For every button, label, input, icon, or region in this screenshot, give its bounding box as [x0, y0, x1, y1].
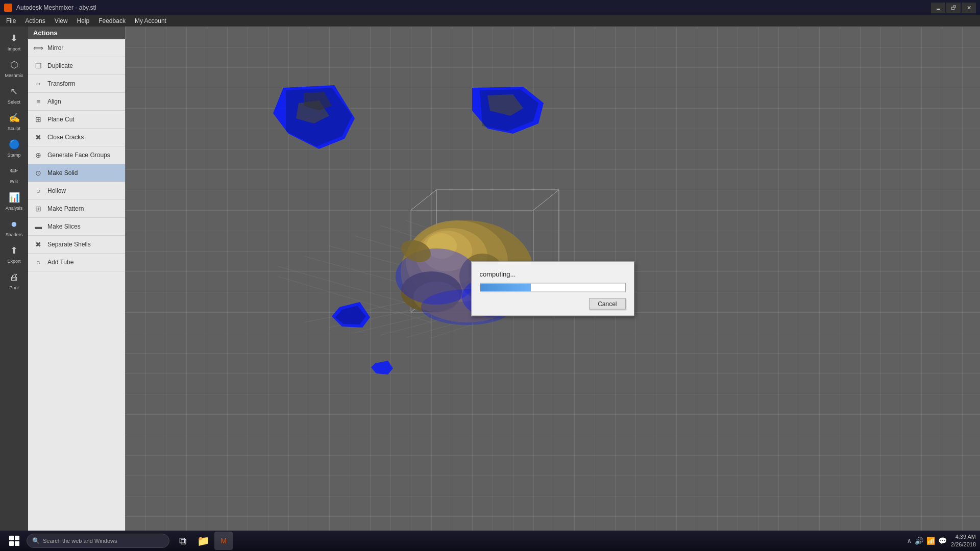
make-pattern-icon: ⊞ [33, 204, 43, 214]
meshmixer-taskbar-icon[interactable]: M [214, 532, 233, 550]
action-transform-label: Transform [47, 80, 75, 87]
action-hollow[interactable]: ○ Hollow [28, 182, 125, 200]
title-bar: Autodesk Meshmixer - aby.stl 🗕 🗗 ✕ [0, 0, 980, 15]
sculpt-icon: ✍ [7, 111, 21, 125]
menu-file[interactable]: File [2, 16, 20, 26]
action-generate-face-groups[interactable]: ⊕ Generate Face Groups [28, 146, 125, 164]
clock-date: 2/26/2018 [951, 541, 976, 548]
menu-myaccount[interactable]: My Account [131, 16, 170, 26]
action-duplicate-label: Duplicate [47, 62, 73, 69]
hollow-icon: ○ [33, 186, 43, 196]
transform-icon: ↔ [33, 79, 43, 89]
action-separate-shells[interactable]: ✖ Separate Shells [28, 236, 125, 254]
action-close-cracks-label: Close Cracks [47, 134, 84, 141]
action-plane-cut[interactable]: ⊞ Plane Cut [28, 111, 125, 129]
computing-text: computing... [480, 270, 626, 278]
action-duplicate[interactable]: ❐ Duplicate [28, 57, 125, 75]
notification-icon[interactable]: 💬 [938, 537, 947, 545]
action-make-pattern-label: Make Pattern [47, 205, 84, 212]
action-transform[interactable]: ↔ Transform [28, 75, 125, 93]
window-title: Autodesk Meshmixer - aby.stl [16, 4, 96, 11]
align-icon: ≡ [33, 96, 43, 107]
tool-analysis[interactable]: 📊 Analysis [2, 188, 27, 213]
close-cracks-icon: ✖ [33, 132, 43, 142]
app-logo [4, 4, 12, 12]
stamp-icon: 🔵 [7, 137, 21, 152]
tool-import-label: Import [8, 46, 21, 52]
close-button[interactable]: ✕ [962, 3, 976, 13]
action-make-slices[interactable]: ▬ Make Slices [28, 218, 125, 236]
tool-edit-label: Edit [10, 179, 18, 184]
task-view-icon[interactable]: ⧉ [174, 532, 192, 550]
duplicate-icon: ❐ [33, 61, 43, 71]
start-button[interactable] [4, 533, 24, 549]
action-add-tube-label: Add Tube [47, 259, 74, 266]
start-square-4 [15, 541, 19, 546]
start-square-3 [9, 541, 14, 546]
separate-shells-icon: ✖ [33, 239, 43, 249]
tool-meshmix-label: Meshmix [5, 73, 23, 78]
minimize-button[interactable]: 🗕 [931, 3, 945, 13]
tool-stamp[interactable]: 🔵 Stamp [2, 135, 27, 160]
taskbar-icons: ⧉ 📁 M [174, 532, 233, 550]
plane-cut-icon: ⊞ [33, 114, 43, 124]
generate-face-groups-icon: ⊕ [33, 150, 43, 160]
restore-button[interactable]: 🗗 [946, 3, 961, 13]
windows-logo-icon [9, 536, 19, 546]
taskbar-search[interactable]: 🔍 Search the web and Windows [27, 534, 169, 548]
menu-help[interactable]: Help [73, 16, 94, 26]
tool-stamp-label: Stamp [7, 153, 20, 158]
action-mirror[interactable]: ⟺ Mirror [28, 39, 125, 57]
system-clock[interactable]: 4:39 AM 2/26/2018 [951, 533, 976, 549]
menu-bar: File Actions View Help Feedback My Accou… [0, 15, 980, 27]
tool-export[interactable]: ⬆ Export [2, 241, 27, 266]
network-icon[interactable]: 📶 [926, 537, 935, 545]
tool-shaders-label: Shaders [6, 232, 23, 237]
clock-time: 4:39 AM [951, 533, 976, 541]
speaker-icon[interactable]: 🔊 [915, 537, 923, 545]
select-icon: ↖ [7, 84, 21, 98]
add-tube-icon: ○ [33, 257, 43, 267]
meshmix-icon: ⬡ [7, 58, 21, 72]
action-generate-face-groups-label: Generate Face Groups [47, 152, 110, 159]
tool-meshmix[interactable]: ⬡ Meshmix [2, 55, 27, 81]
tool-sculpt-label: Sculpt [8, 126, 20, 131]
menu-feedback[interactable]: Feedback [94, 16, 130, 26]
action-hollow-label: Hollow [47, 187, 66, 194]
computing-dialog: computing... Cancel [471, 262, 634, 316]
chevron-up-icon[interactable]: ∧ [907, 537, 912, 544]
tool-edit[interactable]: ✏ Edit [2, 161, 27, 187]
tool-export-label: Export [7, 259, 20, 264]
mirror-icon: ⟺ [33, 43, 43, 53]
tool-print[interactable]: 🖨 Print [2, 267, 27, 293]
tool-select[interactable]: ↖ Select [2, 82, 27, 107]
computing-cancel-row: Cancel [480, 298, 626, 310]
menu-actions[interactable]: Actions [21, 16, 49, 26]
search-placeholder: Search the web and Windows [43, 538, 117, 544]
menu-view[interactable]: View [51, 16, 72, 26]
make-solid-icon: ⊙ [33, 168, 43, 178]
import-icon: ⬇ [7, 31, 21, 45]
action-close-cracks[interactable]: ✖ Close Cracks [28, 129, 125, 146]
action-make-pattern[interactable]: ⊞ Make Pattern [28, 200, 125, 218]
cancel-button[interactable]: Cancel [589, 298, 625, 310]
computing-progress-bar-container [480, 283, 626, 292]
tool-import[interactable]: ⬇ Import [2, 29, 27, 54]
analysis-icon: 📊 [7, 190, 21, 205]
tool-shaders[interactable]: ● Shaders [2, 214, 27, 240]
taskbar: 🔍 Search the web and Windows ⧉ 📁 M ∧ 🔊 📶… [0, 531, 980, 551]
viewport[interactable]: computing... Cancel vertices: 101623 tri… [125, 27, 980, 551]
file-explorer-icon[interactable]: 📁 [194, 532, 212, 550]
tool-sculpt[interactable]: ✍ Sculpt [2, 108, 27, 134]
system-tray-icons: ∧ 🔊 📶 💬 [907, 537, 947, 545]
action-add-tube[interactable]: ○ Add Tube [28, 254, 125, 271]
tool-analysis-label: Analysis [6, 206, 23, 211]
action-make-solid[interactable]: ⊙ Make Solid [28, 164, 125, 182]
action-align[interactable]: ≡ Align [28, 93, 125, 111]
app-container: ⬇ Import ⬡ Meshmix ↖ Select ✍ Sculpt 🔵 S… [0, 27, 980, 551]
export-icon: ⬆ [7, 243, 21, 258]
print-icon: 🖨 [7, 270, 21, 284]
action-plane-cut-label: Plane Cut [47, 116, 75, 123]
action-mirror-label: Mirror [47, 44, 63, 52]
search-icon: 🔍 [32, 537, 40, 544]
